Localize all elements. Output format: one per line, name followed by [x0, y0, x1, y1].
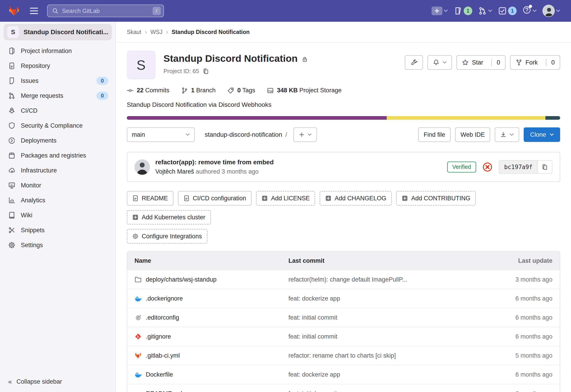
commit-message-link[interactable]: refactor: rename chart to charts [ci ski… [281, 352, 483, 359]
issues-menu-button[interactable]: 1 [454, 7, 472, 15]
commit-message-link[interactable]: feat: initial commit [281, 314, 483, 321]
copy-id-icon[interactable] [203, 68, 209, 74]
sidebar-item-issues[interactable]: Issues 0 [0, 73, 115, 88]
file-link[interactable]: .editorconfig [146, 314, 179, 321]
table-row[interactable]: Dockerfile feat: dockerize app 6 months … [127, 365, 560, 384]
add-contributing-button[interactable]: Add CONTRIBUTING [396, 191, 476, 206]
fork-count[interactable]: 0 [546, 59, 560, 66]
collapse-sidebar-button[interactable]: « Collapse sidebar [0, 371, 115, 392]
sidebar-project-header[interactable]: S Standup Discord Notificati... [4, 24, 112, 40]
table-row[interactable]: .dockerignore feat: dockerize app 6 mont… [127, 289, 560, 308]
sidebar-item-analytics[interactable]: Analytics [0, 193, 115, 208]
commit-title-link[interactable]: refactor(app): remove time from embed [155, 159, 274, 166]
sidebar-item-repository[interactable]: Repository [0, 58, 115, 73]
clone-button[interactable]: Clone [524, 127, 560, 142]
breadcrumb: Skaut › WSJ › Standup Discord Notificati… [116, 22, 571, 42]
user-menu-button[interactable] [542, 5, 560, 17]
new-menu-button[interactable] [431, 7, 448, 15]
file-link[interactable]: .gitignore [146, 333, 171, 340]
file-link[interactable]: README.md [146, 390, 182, 392]
notifications-button[interactable] [428, 55, 452, 70]
table-row[interactable]: .gitlab-ci.yml refactor: rename chart to… [127, 346, 560, 365]
language-segment-3 [545, 116, 560, 120]
commit-author-link[interactable]: Vojtěch Mareš [155, 168, 194, 175]
sidebar-item-wiki[interactable]: Wiki [0, 208, 115, 223]
add-changelog-button[interactable]: Add CHANGELOG [320, 191, 392, 206]
language-segment-1 [127, 116, 387, 120]
menu-hamburger-icon[interactable] [26, 4, 42, 18]
table-row[interactable]: .gitignore feat: initial commit 6 months… [127, 327, 560, 346]
repo-path-name[interactable]: standup-discord-notification [205, 131, 282, 138]
commit-sha-group: bc197a9f [499, 160, 552, 174]
branch-selector[interactable]: main [127, 127, 195, 142]
star-count[interactable]: 0 [491, 59, 505, 66]
commit-message-link[interactable]: feat: initial commit [281, 390, 483, 392]
global-search[interactable]: / [47, 4, 164, 17]
table-row[interactable]: .editorconfig feat: initial commit 6 mon… [127, 308, 560, 327]
copy-sha-button[interactable] [538, 161, 552, 173]
merge-request-icon [478, 7, 487, 15]
breadcrumb-group[interactable]: Skaut [127, 29, 141, 35]
file-link[interactable]: .gitlab-ci.yml [146, 352, 180, 359]
sidebar-item-packages[interactable]: Packages and registries [0, 148, 115, 163]
author-avatar[interactable] [134, 159, 150, 175]
sidebar-item-security[interactable]: Security & Compliance [0, 118, 115, 133]
sidebar-item-merge-requests[interactable]: Merge requests 0 [0, 88, 115, 103]
commit-message-link[interactable]: feat: dockerize app [281, 295, 483, 302]
gear-icon [8, 241, 15, 249]
add-kubernetes-button[interactable]: Add Kubernetes cluster [127, 210, 211, 224]
table-row[interactable]: README.md feat: initial commit 6 months … [127, 384, 560, 392]
todos-menu-button[interactable]: 1 [498, 7, 517, 15]
tags-stat[interactable]: 0 Tags [227, 87, 255, 94]
verified-badge[interactable]: Verified [447, 162, 476, 172]
cicd-config-button[interactable]: CI/CD configuration [178, 191, 252, 206]
chevron-down-icon [556, 10, 560, 12]
quick-actions-row-2: Configure Integrations [127, 229, 560, 244]
configure-integrations-button[interactable]: Configure Integrations [127, 229, 207, 244]
sidebar-item-cicd[interactable]: CI/CD [0, 103, 115, 118]
web-ide-button[interactable]: Web IDE [455, 127, 490, 142]
commit-message-link[interactable]: feat: initial commit [281, 333, 483, 340]
project-id: Project ID: 65 [163, 68, 199, 75]
wrench-icon [411, 59, 417, 66]
gear-icon [132, 233, 139, 239]
sidebar-item-label: Packages and registries [21, 152, 86, 159]
gitlab-logo-icon[interactable] [8, 5, 20, 16]
readme-button[interactable]: README [127, 191, 173, 206]
col-name: Name [127, 257, 281, 264]
sidebar-item-project-information[interactable]: Project information [0, 43, 115, 58]
add-license-button[interactable]: Add LICENSE [256, 191, 315, 206]
add-file-button[interactable] [293, 127, 317, 142]
search-input[interactable] [58, 7, 153, 14]
settings-wrench-button[interactable] [405, 55, 423, 70]
project-stats: 22 Commits 1 Branch 0 Tags 348 KB Projec… [127, 87, 560, 94]
commit-message-link[interactable]: refactor(helm): change default ImagePull… [281, 276, 483, 283]
sidebar-item-infrastructure[interactable]: Infrastructure [0, 163, 115, 178]
star-button[interactable]: Star 0 [457, 55, 506, 70]
find-file-button[interactable]: Find file [418, 127, 451, 142]
merge-requests-menu-button[interactable] [478, 7, 492, 15]
download-button[interactable] [495, 127, 519, 142]
fork-button[interactable]: Fork 0 [510, 55, 560, 70]
plus-square-icon [132, 214, 139, 221]
file-table-header: Name Last commit Last update [127, 252, 560, 270]
breadcrumb-subgroup[interactable]: WSJ [151, 29, 163, 35]
commit-message-link[interactable]: feat: dockerize app [281, 371, 483, 378]
language-bar[interactable] [127, 116, 560, 120]
sidebar-item-deployments[interactable]: Deployments [0, 133, 115, 148]
sidebar-item-snippets[interactable]: Snippets [0, 223, 115, 238]
sidebar-item-monitor[interactable]: Monitor [0, 178, 115, 193]
sidebar-item-label: Merge requests [21, 92, 63, 99]
pipeline-failed-icon[interactable] [483, 162, 492, 172]
file-link[interactable]: .dockerignore [146, 295, 183, 302]
col-last-update: Last update [483, 257, 560, 264]
storage-stat[interactable]: 348 KB Project Storage [267, 87, 342, 94]
branches-stat[interactable]: 1 Branch [181, 87, 215, 94]
commits-stat[interactable]: 22 Commits [127, 87, 169, 94]
file-link[interactable]: deploy/charts/wsj-standup [146, 276, 216, 283]
project-avatar-small: S [7, 26, 19, 38]
file-link[interactable]: Dockerfile [146, 371, 173, 378]
table-row[interactable]: deploy/charts/wsj-standup refactor(helm)… [127, 270, 560, 289]
sidebar-item-settings[interactable]: Settings [0, 238, 115, 252]
help-menu-button[interactable] [523, 6, 537, 16]
